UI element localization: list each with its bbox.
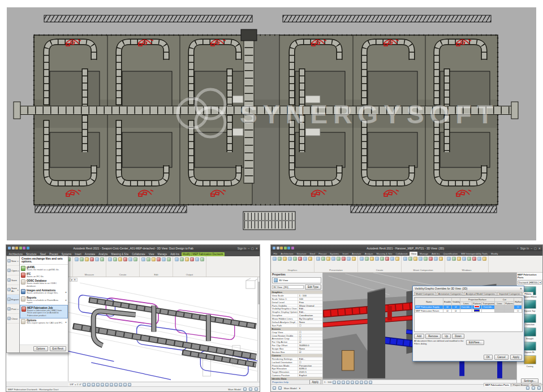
ribbon-tab[interactable]: Systems [329,252,341,256]
export-menu-item[interactable]: gbXML Saves the model as a gbXML file. [20,265,68,272]
close-icon[interactable]: ✕ [256,247,258,250]
temporary-hide-icon[interactable] [364,381,368,384]
tool-icon[interactable] [370,257,374,261]
dock-tab[interactable]: MEP Fabrication Parts [484,383,511,386]
ribbon-tab[interactable]: Steel [308,252,317,256]
ribbon-tab[interactable]: Collaborate [394,252,409,256]
redo-icon[interactable] [284,247,287,249]
visual-style-icon[interactable] [337,381,341,384]
ribbon-tab[interactable]: Annotate [83,252,96,256]
pattern-swatch[interactable] [474,305,480,308]
filter-row[interactable]: MEP Fabrication Return ☑ ☑ ☐ [415,309,522,313]
tool-icon[interactable] [133,257,137,261]
save-icon[interactable] [12,247,15,249]
part-thumbnail[interactable] [524,300,536,309]
export-menu-item[interactable]: ODBC Database Saves model data to an ODB… [20,279,68,288]
render-icon[interactable] [351,381,354,384]
tool-icon[interactable] [337,257,341,261]
tool-icon[interactable] [434,257,438,261]
tool-icon[interactable] [80,257,84,261]
tool-icon[interactable] [447,257,451,261]
ribbon-tab[interactable]: Quantification [442,252,459,256]
export-menu-item[interactable]: IFC Saves an IFC file. [20,272,68,278]
chevron-down-icon[interactable]: ▾ [299,387,300,390]
tool-icon[interactable] [419,257,423,261]
edit-new-button[interactable]: Edit/New... [466,340,484,345]
app-menu-rail-item[interactable]: Print ▸ [7,304,19,314]
undo-icon[interactable] [15,247,18,249]
tool-icon[interactable] [95,257,99,261]
signin-label[interactable]: Sign In [520,247,529,250]
ribbon-tab[interactable]: File [272,252,279,256]
tool-icon[interactable] [408,257,412,261]
dialog-close-icon[interactable]: ✕ [520,287,522,290]
tool-icon[interactable] [375,257,379,261]
detail-level-icon[interactable] [333,381,336,384]
app-menu-rail-item[interactable]: Save [7,275,19,285]
search-icon[interactable]: ⌕ [517,246,519,250]
tool-icon[interactable] [298,257,302,261]
tool-icon[interactable] [288,257,292,261]
ribbon-tab[interactable]: Insert [74,252,83,256]
viewcube[interactable] [246,278,258,288]
view-scale-label[interactable]: 1 : 100 [324,381,331,384]
tool-icon[interactable] [326,257,330,261]
view-tab-close-icon[interactable]: ✕ [74,278,76,281]
instance-selector[interactable]: 3D View: {3D} [272,285,304,289]
properties-help-link[interactable]: Properties help [272,381,288,384]
tool-icon[interactable] [477,257,481,261]
open-icon[interactable] [8,247,11,249]
press-drag-icon[interactable] [537,386,541,390]
maximize-icon[interactable]: ▢ [534,247,537,250]
tool-icon[interactable] [175,257,179,261]
app-menu-rail-item[interactable]: Close [7,314,19,324]
signin-label[interactable]: Sign In [238,247,247,250]
tool-icon[interactable] [395,257,399,261]
canvas-scrollbar[interactable] [257,277,260,381]
ribbon-tab[interactable]: Annotate [350,252,363,256]
ribbon-tab[interactable]: Modify [490,252,499,256]
tool-icon[interactable] [90,257,94,261]
tool-icon[interactable] [380,257,384,261]
export-menu-item[interactable]: Options Sets export options for CAD and … [20,318,68,325]
ribbon-tab[interactable]: Modify | MEP Fabrication Ductwork [182,252,225,256]
app-menu-footer-button[interactable]: Exit Revit [50,346,66,351]
reveal-constraints-icon[interactable] [128,383,131,386]
tool-icon[interactable] [347,257,351,261]
apply-button[interactable]: Apply [309,380,322,384]
workset-label[interactable]: Main Model [228,388,241,391]
part-thumbnail[interactable] [524,314,536,323]
exclude-options-icon[interactable] [249,387,252,391]
tool-icon[interactable] [303,257,307,261]
sun-path-icon[interactable] [342,381,345,384]
modify-icon[interactable] [27,247,29,249]
crop-view-icon[interactable] [101,383,104,386]
pattern-swatch[interactable] [474,309,480,312]
tool-icon[interactable] [424,257,428,261]
exclude-options-icon[interactable] [532,386,535,390]
ribbon-tab[interactable]: View [147,252,156,256]
tool-icon[interactable] [390,257,394,261]
ribbon-tab[interactable]: Massing & Site [110,252,130,256]
tool-icon[interactable] [308,257,312,261]
tool-icon[interactable] [467,257,471,261]
tool-icon[interactable] [167,257,171,261]
tool-icon[interactable] [360,257,364,261]
app-menu-rail-item[interactable]: Save As ▸ [7,285,19,295]
tool-icon[interactable] [439,257,443,261]
redo-icon[interactable] [19,247,22,249]
tool-icon[interactable] [331,257,335,261]
editable-only-icon[interactable] [526,386,529,390]
ribbon-tab[interactable]: Add-Ins [430,252,441,256]
tool-icon[interactable] [385,257,389,261]
dialog-tab[interactable]: Analytical Model Categories [464,292,497,295]
tool-icon[interactable] [162,257,166,261]
tool-icon[interactable] [157,257,161,261]
dock-tab[interactable]: Project Browser - Hanover [511,383,541,386]
displaced-elements-icon[interactable] [123,383,127,386]
tool-icon[interactable] [100,257,104,261]
temporary-view-properties-icon[interactable] [119,383,122,386]
ribbon-tab[interactable]: Massing & Site [375,252,394,256]
ribbon-tab[interactable]: Insert [341,252,350,256]
tool-icon[interactable] [472,257,476,261]
